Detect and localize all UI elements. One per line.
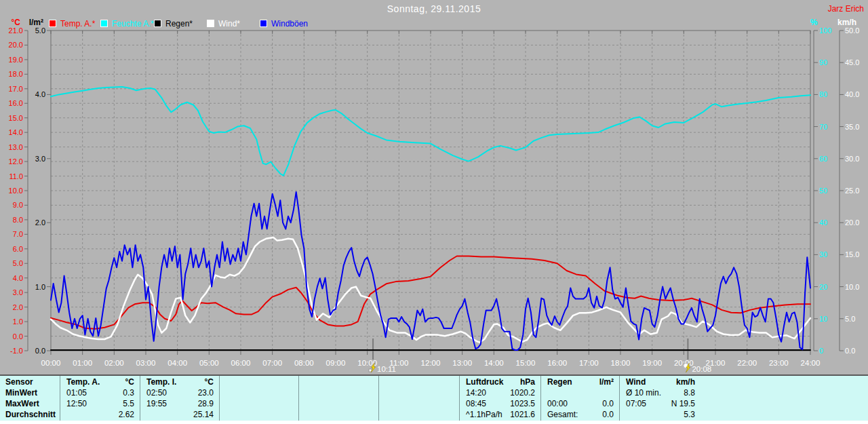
tick-label-temp: 14.0	[9, 128, 23, 136]
tick-label-temp: 12.0	[9, 157, 23, 166]
legend-label: Wind*	[218, 19, 240, 28]
tick-label-wind: 10.0	[845, 283, 859, 291]
tick-label-time: 17:00	[579, 359, 599, 367]
tick-label-wind: 45.0	[845, 58, 859, 66]
tick-label-temp: 18.0	[9, 70, 23, 78]
tick-label-humidity: 60	[819, 155, 827, 163]
tick-label-humidity: 100	[819, 26, 831, 35]
legend-item-temp: Temp. A.*	[49, 19, 95, 28]
tick-label-wind: 5.0	[845, 315, 855, 323]
table-column-header	[219, 377, 298, 387]
tick-label-temp: 11.0	[9, 172, 23, 180]
tick-label-time: 15:00	[516, 359, 536, 367]
tick-label-time: 19:00	[642, 359, 662, 367]
tick-label-time: 22:00	[737, 359, 757, 367]
table-cell: 02:5023.0	[140, 388, 219, 398]
table-row-header: MaxWert	[5, 399, 39, 408]
tick-label-wind: 0.0	[845, 347, 855, 355]
tick-label-time: 06:00	[231, 359, 251, 367]
legend-label: Feuchte A.*	[112, 19, 154, 28]
table-column-header	[298, 377, 378, 387]
tick-label-wind: 50.0	[845, 26, 859, 35]
tick-label-temp: 2.0	[13, 303, 23, 311]
tick-label-humidity: 50	[819, 187, 827, 195]
tick-label-rain: 5.0	[35, 26, 45, 35]
tick-label-wind: 35.0	[845, 123, 859, 131]
tick-label-temp: 15.0	[9, 114, 23, 122]
table-cell: 08:451023.5	[459, 399, 540, 409]
gust-series-swatch-icon	[260, 20, 267, 27]
tick-label-time: 10:00	[357, 359, 377, 367]
table-cell: ^1.1hPa/h1021.6	[459, 410, 540, 420]
tick-label-humidity: 20	[819, 283, 827, 291]
tick-label-temp: 8.0	[13, 216, 23, 224]
tick-label-temp: -1.0	[10, 347, 23, 355]
table-cell	[378, 410, 459, 420]
tick-label-rain: 2.0	[35, 218, 45, 227]
table-cell: 5.3	[619, 410, 701, 420]
tick-label-time: 12:00	[421, 359, 441, 367]
tick-label-temp: 0.0	[13, 332, 23, 341]
axis-title-wind: km/h	[837, 18, 856, 27]
table-row-header: Sensor	[5, 377, 33, 387]
tick-label-temp: 21.0	[9, 26, 23, 35]
tick-label-temp: 20.0	[9, 41, 23, 49]
event-marker-label: 20:08	[692, 365, 711, 373]
table-column-header: Temp. I.°C	[140, 377, 219, 387]
table-cell	[378, 388, 459, 398]
axis-title-humidity: %	[810, 18, 818, 27]
series-wind	[51, 237, 810, 343]
tick-label-time: 16:00	[547, 359, 567, 367]
statistics-table: SensorMinWertMaxWertDurchschnittTemp. A.…	[0, 374, 868, 422]
table-cell: 19:5528.9	[140, 399, 219, 409]
page-title: Sonntag, 29.11.2015	[0, 3, 868, 14]
table-column-header	[378, 377, 459, 387]
axis-title-temp: °C	[4, 18, 20, 27]
legend-item-wind: Wind*	[207, 19, 240, 28]
tick-label-time: 08:00	[294, 359, 314, 367]
tick-label-time: 00:00	[41, 359, 61, 367]
table-column-header: Regenl/m²	[540, 377, 619, 387]
wind-series-swatch-icon	[207, 20, 214, 27]
tick-label-temp: 19.0	[9, 56, 23, 64]
table-row-header: MinWert	[5, 388, 37, 398]
table-cell	[219, 410, 298, 420]
table-cell	[540, 388, 619, 398]
table-cell	[219, 388, 298, 398]
tick-label-wind: 20.0	[845, 218, 859, 227]
tick-label-time: 09:00	[326, 359, 346, 367]
tick-label-humidity: 80	[819, 90, 827, 98]
tick-label-temp: 6.0	[13, 245, 23, 253]
table-column-header: Temp. A.°C	[60, 377, 140, 387]
tick-label-temp: 13.0	[9, 143, 23, 151]
tick-label-humidity: 10	[819, 315, 827, 323]
tick-label-time: 01:00	[73, 359, 92, 367]
tick-label-time: 13:00	[452, 359, 472, 367]
tick-label-humidity: 40	[819, 218, 827, 227]
user-name: Jarz Erich	[828, 4, 864, 14]
tick-label-temp: 3.0	[13, 288, 23, 296]
weather-app-window: 21.020.019.018.017.016.015.014.013.012.0…	[0, 0, 868, 424]
tick-label-temp: 7.0	[13, 230, 23, 238]
table-column-header: LuftdruckhPa	[459, 377, 540, 387]
temp-series-swatch-icon	[49, 20, 56, 27]
table-cell: 14:201020.2	[459, 388, 540, 398]
table-row-header: Durchschnitt	[5, 410, 56, 419]
tick-label-rain: 3.0	[35, 155, 45, 163]
tick-label-humidity: 70	[819, 123, 827, 131]
legend-item-rain: Regen*	[154, 19, 193, 28]
tick-label-time: 05:00	[199, 359, 219, 367]
axis-title-rain: l/m²	[23, 18, 43, 27]
tick-label-humidity: 90	[819, 58, 827, 66]
table-cell: 2.62	[60, 410, 140, 420]
table-cell: 25.14	[140, 410, 219, 420]
legend-label: Regen*	[165, 19, 193, 28]
table-cell: 07:05N 19.5	[619, 399, 701, 409]
table-bottom-strip	[0, 421, 868, 424]
table-cell	[298, 410, 378, 420]
tick-label-temp: 9.0	[13, 201, 23, 209]
tick-label-wind: 30.0	[845, 155, 859, 163]
tick-label-time: 04:00	[167, 359, 187, 367]
tick-label-wind: 40.0	[845, 90, 859, 98]
table-cell	[298, 399, 378, 409]
